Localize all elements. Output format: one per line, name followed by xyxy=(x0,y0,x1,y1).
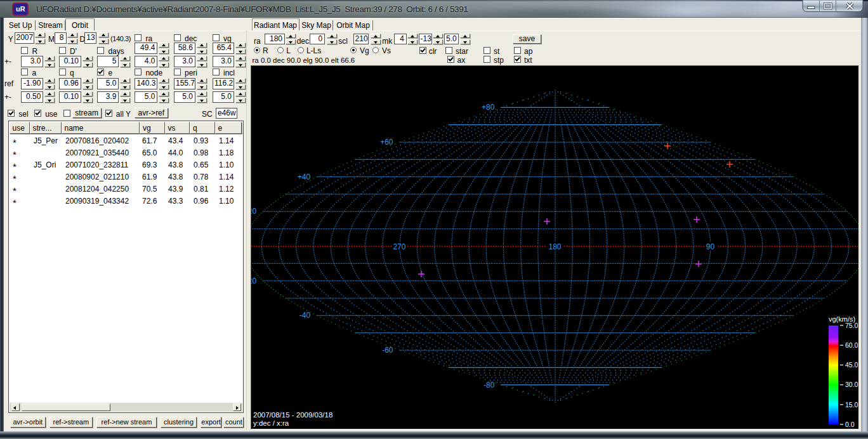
svg-text:y:dec / x:ra: y:dec / x:ra xyxy=(253,419,289,427)
svg-text:+20: +20 xyxy=(251,207,256,216)
svg-text:-40: -40 xyxy=(299,311,311,320)
svg-text:15.0: 15.0 xyxy=(845,401,858,409)
svg-text:-80: -80 xyxy=(483,381,495,390)
svg-text:90: 90 xyxy=(706,242,715,251)
svg-text:+40: +40 xyxy=(298,173,311,181)
svg-text:60.0: 60.0 xyxy=(845,341,858,349)
svg-text:270: 270 xyxy=(393,242,405,251)
svg-text:-60: -60 xyxy=(382,346,393,355)
svg-text:75.0: 75.0 xyxy=(845,322,858,329)
svg-text:2007/08/15 - 2009/03/18: 2007/08/15 - 2009/03/18 xyxy=(253,411,332,419)
svg-text:45.0: 45.0 xyxy=(845,361,858,369)
svg-text:+80: +80 xyxy=(482,103,495,112)
svg-text:0.0: 0.0 xyxy=(845,421,855,428)
svg-text:30.0: 30.0 xyxy=(845,381,858,388)
svg-text:180: 180 xyxy=(548,242,561,251)
svg-text:+60: +60 xyxy=(380,138,393,147)
svg-text:-20: -20 xyxy=(251,277,256,285)
